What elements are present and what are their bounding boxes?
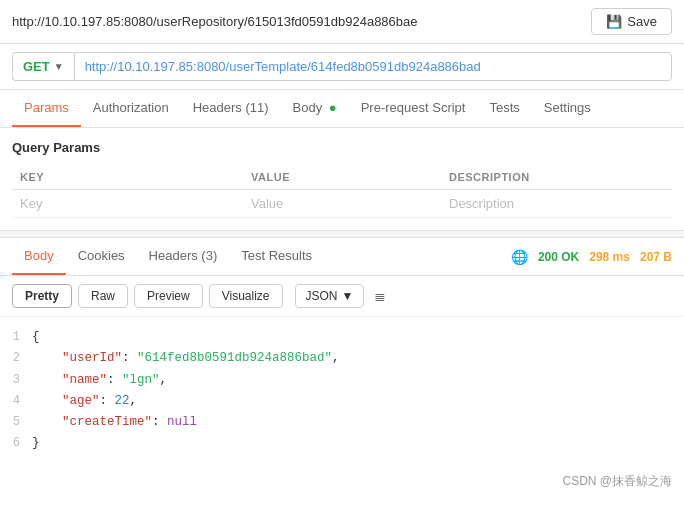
value-placeholder: Value — [251, 196, 283, 211]
save-button[interactable]: 💾 Save — [591, 8, 672, 35]
response-section: Body Cookies Headers (3) Test Results 🌐 … — [0, 238, 684, 465]
tab-settings[interactable]: Settings — [532, 90, 603, 127]
col-header-value: VALUE — [243, 165, 441, 190]
params-section: Query Params KEY VALUE DESCRIPTION Key V… — [0, 128, 684, 230]
url-bar-url: http://10.10.197.85:8080/userRepository/… — [12, 14, 418, 29]
code-line-1: 1 { — [0, 327, 684, 348]
tab-prerequest[interactable]: Pre-request Script — [349, 90, 478, 127]
response-time: 298 ms — [589, 250, 630, 264]
response-tab-testresults[interactable]: Test Results — [229, 238, 324, 275]
request-tabs-row: Params Authorization Headers (11) Body ●… — [0, 90, 684, 128]
response-tab-headers[interactable]: Headers (3) — [137, 238, 230, 275]
col-header-key: KEY — [12, 165, 243, 190]
tab-tests[interactable]: Tests — [477, 90, 531, 127]
desc-placeholder: Description — [449, 196, 514, 211]
format-pretty-button[interactable]: Pretty — [12, 284, 72, 308]
request-url-input[interactable] — [74, 52, 672, 81]
code-block: 1 { 2 "userId": "614fed8b0591db924a886ba… — [0, 317, 684, 465]
tab-body[interactable]: Body ● — [281, 90, 349, 127]
code-line-3: 3 "name": "lgn", — [0, 370, 684, 391]
format-raw-button[interactable]: Raw — [78, 284, 128, 308]
tab-params[interactable]: Params — [12, 90, 81, 127]
code-line-5: 5 "createTime": null — [0, 412, 684, 433]
format-preview-button[interactable]: Preview — [134, 284, 203, 308]
url-bar: http://10.10.197.85:8080/userRepository/… — [0, 0, 684, 44]
tab-headers[interactable]: Headers (11) — [181, 90, 281, 127]
col-header-description: DESCRIPTION — [441, 165, 672, 190]
watermark: CSDN @抹香鲸之海 — [0, 465, 684, 498]
status-code: 200 OK — [538, 250, 579, 264]
table-row: Key Value Description — [12, 190, 672, 218]
query-params-title: Query Params — [12, 140, 672, 155]
response-status: 🌐 200 OK 298 ms 207 B — [511, 249, 672, 265]
response-tab-body[interactable]: Body — [12, 238, 66, 275]
chevron-down-icon: ▼ — [54, 61, 64, 72]
globe-icon: 🌐 — [511, 249, 528, 265]
save-icon: 💾 — [606, 14, 622, 29]
response-tab-cookies[interactable]: Cookies — [66, 238, 137, 275]
code-line-4: 4 "age": 22, — [0, 391, 684, 412]
request-row: GET ▼ — [0, 44, 684, 90]
method-select[interactable]: GET ▼ — [12, 52, 74, 81]
key-placeholder: Key — [20, 196, 42, 211]
format-row: Pretty Raw Preview Visualize JSON ▼ ≣ — [0, 276, 684, 317]
code-line-2: 2 "userId": "614fed8b0591db924a886bad", — [0, 348, 684, 369]
chevron-down-icon: ▼ — [342, 289, 354, 303]
filter-icon[interactable]: ≣ — [374, 288, 386, 304]
params-table: KEY VALUE DESCRIPTION Key Value Descript… — [12, 165, 672, 218]
json-format-select[interactable]: JSON ▼ — [295, 284, 365, 308]
tab-authorization[interactable]: Authorization — [81, 90, 181, 127]
response-size: 207 B — [640, 250, 672, 264]
code-line-6: 6 } — [0, 433, 684, 454]
body-dot-indicator: ● — [329, 100, 337, 115]
response-tabs-row: Body Cookies Headers (3) Test Results 🌐 … — [0, 238, 684, 276]
section-divider — [0, 230, 684, 238]
response-tabs: Body Cookies Headers (3) Test Results — [12, 238, 324, 275]
format-visualize-button[interactable]: Visualize — [209, 284, 283, 308]
